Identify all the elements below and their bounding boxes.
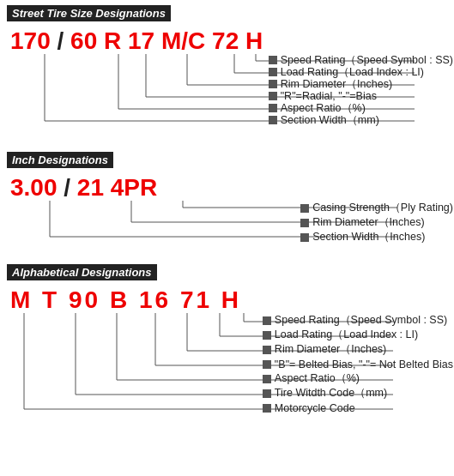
inch-label-2: Rim Diameter（Inches): [300, 215, 453, 230]
alpha-sq-5: [263, 375, 271, 383]
alpha-sq-2: [263, 331, 271, 340]
inch-diagram: 3.00 / 21 4PR Casing Strength（Ply Rating…: [7, 175, 453, 252]
alpha-label-3: Rim Diameter（Inches): [263, 342, 453, 357]
alpha-label-7: Motorcycle Code: [263, 401, 453, 415]
street-sep1: /: [58, 27, 71, 54]
alpha-sq-4: [263, 360, 271, 369]
street-label-3: Rim Diameter（Inches): [269, 78, 453, 90]
alpha-code-t: T: [42, 286, 59, 313]
alpha-code-h: H: [221, 286, 241, 313]
street-code-r: R: [104, 27, 121, 54]
alpha-code-90: 90: [69, 286, 100, 313]
inch-label-text-3: Section Width（Inches): [312, 230, 425, 244]
alpha-label-4: "B"= Belted Bias, "-"= Not Belted Bias: [263, 357, 453, 371]
street-title: Street Tire Size Designations: [7, 5, 171, 21]
inch-label-text-1: Casing Strength（Ply Rating): [312, 201, 453, 215]
street-sq-1: [269, 56, 277, 64]
alpha-label-text-3: Rim Diameter（Inches): [275, 342, 386, 357]
street-sq-3: [269, 80, 277, 88]
alpha-sq-1: [263, 316, 271, 325]
inch-code: 3.00 / 21 4PR: [10, 175, 157, 202]
alpha-label-5: Aspect Ratio（%): [263, 371, 453, 386]
alpha-diagram: M T 90 B 16 71 H: [7, 287, 453, 429]
street-code-60: 60: [70, 27, 97, 54]
alpha-code-m: M: [10, 286, 33, 313]
alpha-title: Alphabetical Designations: [7, 264, 157, 280]
inch-code-21: 21: [77, 174, 104, 201]
alpha-label-text-4: "B"= Belted Bias, "-"= Not Belted Bias: [275, 359, 453, 371]
alpha-sq-6: [263, 389, 271, 398]
alpha-label-text-1: Speed Rating（Speed Symbol : SS): [275, 313, 447, 328]
inch-label-1: Casing Strength（Ply Rating): [300, 201, 453, 215]
street-sq-2: [269, 68, 277, 76]
alpha-code-71: 71: [180, 286, 212, 313]
inch-code-300: 3.00: [10, 174, 58, 201]
inch-sq-1: [300, 204, 309, 213]
street-code-170: 170: [10, 27, 51, 54]
alpha-label-text-2: Load Rating（Load Index : LI): [275, 328, 418, 342]
street-label-6: Section Width（mm): [269, 114, 453, 126]
street-code-h: H: [245, 27, 263, 54]
alpha-label-6: Tire Witdth Code（mm): [263, 386, 453, 401]
inch-sq-3: [300, 233, 309, 242]
alpha-code-b: B: [110, 286, 130, 313]
inch-section: Inch Designations 3.00 / 21 4PR Casing S…: [0, 147, 454, 259]
street-label-text-6: Section Width（mm): [281, 113, 379, 128]
alpha-label-text-6: Tire Witdth Code（mm): [275, 386, 387, 401]
inch-label-text-2: Rim Diameter（Inches): [312, 215, 424, 230]
alpha-section: Alphabetical Designations M T 90 B 16 71…: [0, 259, 454, 436]
street-code-mc: M/C: [161, 27, 205, 54]
alpha-label-1: Speed Rating（Speed Symbol : SS): [263, 313, 453, 328]
alpha-code: M T 90 B 16 71 H: [10, 287, 241, 314]
street-sq-4: [269, 92, 277, 100]
street-code: 170 / 60 R 17 M/C 72 H: [10, 28, 263, 55]
street-sq-5: [269, 104, 277, 112]
alpha-sq-7: [263, 404, 271, 413]
alpha-labels: Speed Rating（Speed Symbol : SS) Load Rat…: [263, 313, 453, 415]
street-code-17: 17: [128, 27, 154, 54]
alpha-code-16: 16: [139, 286, 171, 313]
inch-labels: Casing Strength（Ply Rating) Rim Diameter…: [300, 201, 453, 244]
street-code-72: 72: [212, 27, 239, 54]
inch-sep1: /: [64, 174, 77, 201]
alpha-sq-3: [263, 346, 271, 354]
street-label-text-3: Rim Diameter（Inches): [281, 77, 392, 92]
inch-sq-2: [300, 219, 309, 227]
alpha-label-text-7: Motorcycle Code: [275, 402, 355, 414]
alpha-label-text-5: Aspect Ratio（%): [275, 371, 360, 386]
street-labels: Speed Rating（Speed Symbol : SS) Load Rat…: [269, 54, 453, 126]
alpha-label-2: Load Rating（Load Index : LI): [263, 328, 453, 342]
inch-title: Inch Designations: [7, 152, 113, 168]
street-diagram: 170 / 60 R 17 M/C 72 H: [7, 28, 453, 140]
inch-label-3: Section Width（Inches): [300, 230, 453, 244]
inch-code-4pr: 4PR: [111, 174, 157, 201]
street-sq-6: [269, 116, 277, 124]
street-section: Street Tire Size Designations 170 / 60 R…: [0, 0, 454, 147]
